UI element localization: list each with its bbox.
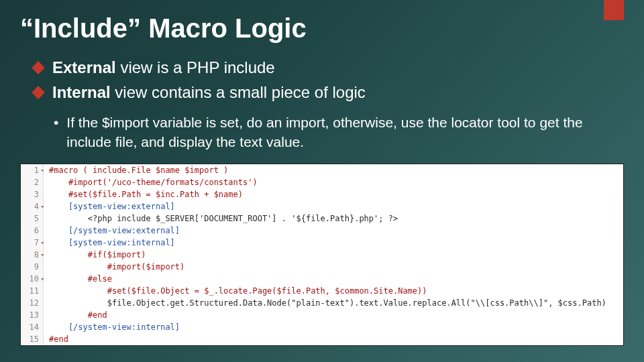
code-row: 14 [/system-view:internal] [21,321,623,333]
slide-title: “Include” Macro Logic [0,0,644,50]
code-line: [/system-view:external] [44,225,180,237]
fold-caret-icon: ▾ [41,249,44,261]
code-row: 1▾#macro ( include.File $name $import ) [21,164,623,176]
line-number: 10▾ [21,273,44,285]
bullet-text: External view is a PHP include [52,57,275,78]
line-number: 13 [21,309,44,321]
line-number: 14 [21,321,44,333]
code-line: #import($import) [44,261,184,273]
code-block: 1▾#macro ( include.File $name $import )2… [20,164,624,346]
code-row: 4▾ [system-view:external] [21,200,623,213]
code-line: [system-view:external] [44,200,175,213]
bullet-list: External view is a PHP include Internal … [0,50,644,103]
sub-bullet-text: If the $import variable is set, do an im… [66,113,617,152]
code-row: 5 <?php include $_SERVER['DOCUMENT_ROOT'… [21,213,623,225]
fold-caret-icon: ▾ [41,273,44,285]
line-number: 5 [21,213,44,225]
code-line: #import('/uco-theme/formats/constants') [44,176,258,188]
line-number: 9 [21,261,44,273]
code-line: #set($file.Path = $inc.Path + $name) [44,188,243,200]
line-number: 11 [21,285,44,297]
code-row: 15#end [21,333,623,345]
code-line: #else [44,273,112,285]
bullet-item: Internal view contains a small piece of … [34,82,624,103]
code-line: [/system-view:internal] [44,321,180,333]
bullet-dot-icon: • [54,113,58,152]
code-line: [system-view:internal] [44,237,175,249]
fold-caret-icon: ▾ [41,237,44,249]
code-row: 2 #import('/uco-theme/formats/constants'… [21,176,623,188]
line-number: 6 [21,225,44,237]
code-row: 10▾ #else [21,273,623,285]
line-number: 4▾ [21,200,44,213]
code-row: 9 #import($import) [21,261,623,273]
code-row: 8▾ #if($import) [21,249,623,261]
fold-caret-icon: ▾ [41,164,44,176]
code-line: $file.Object.get.Structured.Data.Node("p… [44,297,606,309]
code-line: #end [44,309,107,321]
code-line: <?php include $_SERVER['DOCUMENT_ROOT'] … [44,213,398,225]
code-row: 3 #set($file.Path = $inc.Path + $name) [21,188,623,200]
line-number: 1▾ [21,164,44,176]
code-row: 11 #set($file.Object = $_.locate.Page($f… [21,285,623,297]
diamond-icon [32,86,45,99]
diamond-icon [32,61,45,74]
bullet-text: Internal view contains a small piece of … [52,82,366,103]
bullet-item: External view is a PHP include [34,57,624,78]
sub-bullet: • If the $import variable is set, do an … [0,107,644,152]
code-line: #macro ( include.File $name $import ) [44,164,228,176]
code-line: #if($import) [44,249,146,261]
line-number: 7▾ [21,237,44,249]
fold-caret-icon: ▾ [41,200,44,213]
code-row: 6 [/system-view:external] [21,225,623,237]
line-number: 15 [21,333,44,345]
line-number: 3 [21,188,44,200]
line-number: 2 [21,176,44,188]
code-row: 7▾ [system-view:internal] [21,237,623,249]
line-number: 8▾ [21,249,44,261]
code-row: 12 $file.Object.get.Structured.Data.Node… [21,297,623,309]
accent-bar [604,0,624,20]
code-line: #end [44,333,68,345]
code-row: 13 #end [21,309,623,321]
line-number: 12 [21,297,44,309]
code-line: #set($file.Object = $_.locate.Page($file… [44,285,427,297]
